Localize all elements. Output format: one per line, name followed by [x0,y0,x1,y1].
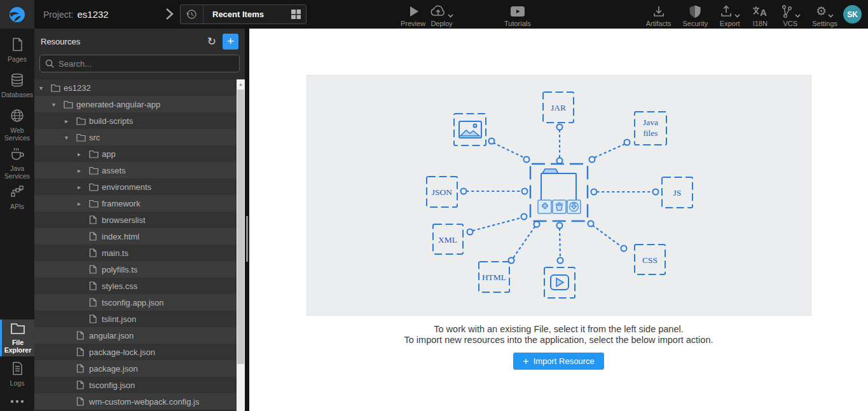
delete-icon[interactable] [553,200,566,213]
caret-down-icon [448,7,453,18]
sidebar-item-web-services[interactable]: Web Services [0,106,34,144]
panel-title: Resources [41,37,207,46]
tree-item-label: app [102,149,116,159]
tree-row-wm-custom-webpack.config.js[interactable]: wm-custom-webpack.config.js [34,393,237,410]
export-button[interactable]: Export [719,3,740,27]
caret-right-icon[interactable]: ▸ [78,200,89,207]
resize-handle[interactable] [246,216,248,262]
import-resource-label: Import Resource [534,356,595,366]
file-icon [76,381,89,389]
json-node[interactable]: JSON [427,177,457,207]
preview-button[interactable]: Preview [401,3,425,27]
folder-icon [89,183,102,191]
security-button[interactable]: Security [683,3,708,27]
tree-item-label: package.json [89,364,138,374]
file-icon [89,314,102,323]
sidebar-item-apis[interactable]: APIs [0,182,34,213]
central-folder-node[interactable] [530,164,588,221]
caret-right-icon[interactable]: ▸ [65,118,76,125]
tree-row-package.json[interactable]: package.json [34,360,237,377]
caret-right-icon[interactable]: ▸ [78,184,89,191]
search-input[interactable] [59,59,234,69]
xml-node[interactable]: XML [433,224,463,254]
image-file-node[interactable] [454,114,486,145]
js-node[interactable]: JS [662,177,692,208]
caret-right-icon[interactable]: ▸ [78,151,89,158]
artifacts-button[interactable]: Artifacts [646,3,672,27]
i18n-button[interactable]: A I18N [752,3,768,27]
instructions-text: To work with an existing File, select it… [249,324,868,346]
project-name: es1232 [77,9,108,20]
tree-row-tslint.json[interactable]: tslint.json [34,311,237,327]
tree-row-app[interactable]: ▸app [34,145,237,162]
tree-row-tsconfig.json[interactable]: tsconfig.json [34,377,237,393]
folder-icon [76,133,89,142]
tutorials-button[interactable]: Tutorials [504,3,531,27]
tree-item-label: build-scripts [89,116,133,126]
add-resource-button[interactable]: + [223,34,238,50]
image-file-icon [459,121,481,138]
tree-row-index.html[interactable]: index.html [34,228,237,245]
tree-row-environments[interactable]: ▸environments [34,179,237,195]
html-node[interactable]: HTML [479,262,509,292]
tree-row-src[interactable]: ▾src [34,129,237,145]
more-menu-button[interactable] [0,396,34,408]
search-box[interactable] [39,55,240,72]
toolbar-right-group: Artifacts Security Export [646,3,837,27]
vcs-button[interactable]: VCS [780,3,801,27]
settings-button[interactable]: ⚙ Settings [812,3,837,27]
sidebar-item-pages[interactable]: Pages [0,35,34,65]
scrollbar-thumb[interactable] [237,90,244,364]
rail-label: APIs [10,203,24,210]
wavemaker-logo[interactable] [0,0,34,29]
tree-scrollbar[interactable]: ▲ [237,79,245,411]
translate-icon: A [752,4,768,18]
play-icon [406,4,420,18]
tree-row-generated-angular-app[interactable]: ▾generated-angular-app [34,96,237,112]
tree-row-polyfills.ts[interactable]: polyfills.ts [34,261,237,278]
video-file-node[interactable] [544,267,575,298]
caret-down-icon[interactable]: ▾ [52,101,64,108]
download-icon[interactable] [567,200,581,213]
sidebar-item-databases[interactable]: Databases [0,71,34,101]
tree-row-es1232[interactable]: ▾es1232 [34,79,237,96]
tree-row-build-scripts[interactable]: ▸build-scripts [34,112,237,129]
tree-item-label: assets [102,166,126,175]
file-icon [89,265,102,274]
add-icon[interactable] [538,200,551,213]
sidebar-item-file-explorer[interactable]: File Explorer [0,320,34,356]
java-files-node[interactable]: Java files [635,112,666,145]
sidebar-item-java-services[interactable]: Java Services [0,144,34,182]
file-icon [89,232,102,241]
tree-row-styles.css[interactable]: styles.css [34,278,237,294]
chevron-right-icon[interactable] [164,6,174,22]
tree-row-assets[interactable]: ▸assets [34,162,237,179]
panel-resize-gutter[interactable] [245,29,249,411]
jar-node[interactable]: JAR [543,92,574,123]
import-resource-button[interactable]: + Import Resource [513,353,603,370]
central-folder-icon [542,169,558,173]
sidebar-item-logs[interactable]: Logs [0,359,34,389]
tree-item-label: polyfills.ts [102,265,137,274]
tree-row-framework[interactable]: ▸framework [34,195,237,212]
tree-row-browserslist[interactable]: browserslist [34,212,237,228]
shield-icon [689,4,701,18]
caret-down-icon[interactable]: ▾ [65,134,76,141]
refresh-icon[interactable]: ↻ [207,36,216,47]
deploy-button[interactable]: Deploy [430,3,453,27]
css-node[interactable]: CSS [635,245,665,274]
coffee-icon [10,147,25,162]
user-avatar[interactable]: SK [843,5,862,24]
tree-row-angular.json[interactable]: angular.json [34,327,237,344]
caret-down-icon[interactable]: ▾ [39,84,51,91]
caret-right-icon[interactable]: ▸ [78,167,89,174]
tree-row-package-lock.json[interactable]: package-lock.json [34,344,237,360]
recent-items-dropdown[interactable]: Recent Items [180,4,307,24]
file-icon [89,248,102,257]
file-icon [89,215,102,224]
svg-text:A: A [760,7,767,18]
grid-view-icon[interactable] [286,9,306,20]
tree-row-main.ts[interactable]: main.ts [34,245,237,261]
scroll-up-icon[interactable]: ▲ [237,79,245,88]
tree-row-tsconfig.app.json[interactable]: tsconfig.app.json [34,294,237,311]
